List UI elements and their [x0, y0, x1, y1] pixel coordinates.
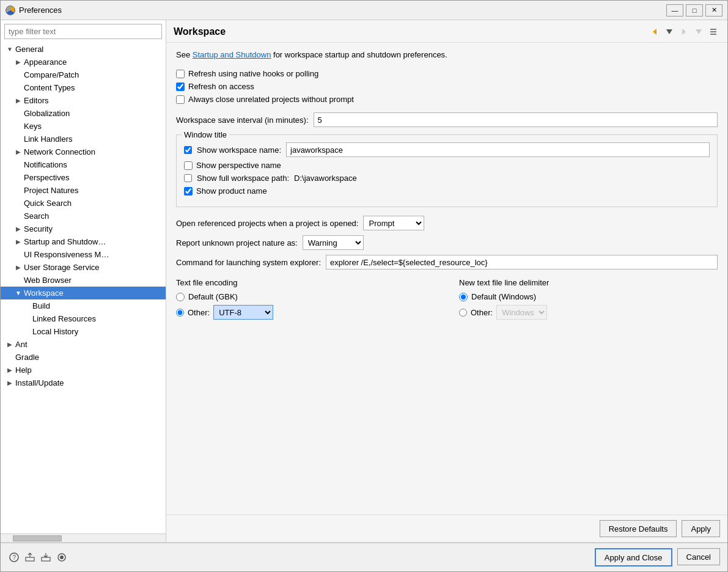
- sidebar-item-keys[interactable]: Keys: [1, 120, 166, 133]
- sidebar-item-link-handlers[interactable]: Link Handlers: [1, 133, 166, 145]
- sidebar-item-local-history[interactable]: Local History: [1, 325, 166, 338]
- sidebar-item-editors[interactable]: ▶ Editors: [1, 94, 166, 107]
- right-panel: Workspace: [166, 20, 727, 542]
- sidebar-item-workspace[interactable]: ▼ Workspace: [1, 287, 166, 299]
- dropdown-icon: [666, 29, 672, 34]
- export-icon[interactable]: [24, 551, 36, 563]
- expand-icon-gradle: [6, 353, 14, 362]
- delimiter-other-radio[interactable]: [459, 309, 467, 317]
- unknown-nature-select[interactable]: Warning Error Ignore: [303, 235, 364, 250]
- svg-marker-2: [682, 29, 686, 35]
- sidebar-item-ant[interactable]: ▶ Ant: [1, 338, 166, 351]
- sidebar-item-label-user-storage: User Storage Service: [24, 263, 100, 272]
- close-unrelated-checkbox[interactable]: [176, 95, 185, 104]
- show-product-name-row: Show product name: [184, 186, 710, 196]
- title-bar: Preferences — □ ✕: [1, 1, 727, 20]
- sidebar-item-project-natures[interactable]: Project Natures: [1, 184, 166, 197]
- svg-marker-0: [653, 29, 656, 35]
- sidebar-item-linked-resources[interactable]: Linked Resources: [1, 312, 166, 325]
- show-product-name-label: Show product name: [196, 186, 267, 196]
- sidebar-item-network[interactable]: ▶ Network Connection: [1, 145, 166, 158]
- sidebar-item-general[interactable]: ▼ General: [1, 43, 166, 56]
- show-workspace-checkbox[interactable]: [184, 146, 192, 154]
- expand-icon-ui: [14, 251, 23, 259]
- startup-shutdown-link[interactable]: Startup and Shutdown: [193, 50, 271, 59]
- command-explorer-row: Command for launching system explorer:: [176, 255, 718, 270]
- minimize-button[interactable]: —: [666, 4, 683, 16]
- sidebar-item-label-appearance: Appearance: [24, 57, 67, 67]
- encoding-other-radio[interactable]: [176, 309, 184, 317]
- delimiter-default-radio[interactable]: [459, 293, 468, 301]
- window-controls: — □ ✕: [666, 4, 722, 16]
- help-icon[interactable]: ?: [8, 551, 20, 563]
- delimiter-default-row: Default (Windows): [459, 292, 718, 301]
- sidebar-item-content-types[interactable]: Content Types: [1, 81, 166, 94]
- back-icon: [650, 28, 659, 36]
- sidebar-item-build[interactable]: Build: [1, 299, 166, 312]
- show-product-name-checkbox[interactable]: [184, 187, 193, 196]
- record-icon[interactable]: [56, 551, 68, 563]
- bottom-bar-right: Apply and Close Cancel: [595, 548, 720, 566]
- sidebar-item-help[interactable]: ▶ Help: [1, 364, 166, 376]
- sidebar-h-scrollbar[interactable]: [1, 534, 166, 542]
- expand-icon-compare: [14, 71, 23, 79]
- nav-back-button[interactable]: [648, 25, 661, 38]
- delimiter-other-select[interactable]: Windows Unix Mac: [496, 305, 547, 320]
- expand-icon-link: [14, 135, 23, 144]
- sidebar-item-globalization[interactable]: Globalization: [1, 107, 166, 120]
- command-explorer-input[interactable]: [326, 255, 718, 270]
- window-title-group: Window title Show workspace name: Show p…: [176, 134, 718, 207]
- sidebar-item-ui-responsiveness[interactable]: UI Responsiveness M…: [1, 248, 166, 261]
- sidebar-item-quick-search[interactable]: Quick Search: [1, 197, 166, 210]
- sidebar-h-scroll-thumb[interactable]: [13, 535, 62, 541]
- sidebar-scroll-wrapper: ▼ General ▶ Appearance Compare/Patch Con…: [1, 43, 166, 534]
- sidebar-item-notifications[interactable]: Notifications: [1, 158, 166, 171]
- sidebar-item-perspectives[interactable]: Perspectives: [1, 171, 166, 184]
- encoding-default-radio[interactable]: [176, 293, 185, 301]
- show-perspective-checkbox[interactable]: [184, 161, 193, 170]
- sidebar-item-startup[interactable]: ▶ Startup and Shutdow…: [1, 235, 166, 248]
- workspace-name-input[interactable]: [286, 142, 710, 157]
- cancel-button[interactable]: Cancel: [677, 548, 720, 565]
- nav-forward-button[interactable]: [677, 25, 691, 38]
- sidebar-item-appearance[interactable]: ▶ Appearance: [1, 56, 166, 68]
- show-full-path-checkbox[interactable]: [184, 174, 192, 182]
- sidebar-item-label-general: General: [15, 45, 43, 54]
- restore-defaults-button[interactable]: Restore Defaults: [600, 520, 677, 537]
- open-referenced-select[interactable]: Prompt Always Never: [363, 216, 424, 230]
- nav-menu-button[interactable]: [707, 25, 720, 38]
- restore-apply-bar: Restore Defaults Apply: [166, 515, 727, 542]
- refresh-access-checkbox[interactable]: [176, 82, 185, 91]
- nav-forward-dropdown-button[interactable]: [692, 25, 705, 38]
- sidebar-item-security[interactable]: ▶ Security: [1, 222, 166, 235]
- import-icon[interactable]: [40, 551, 52, 563]
- sidebar-item-search[interactable]: Search: [1, 210, 166, 222]
- sidebar-item-user-storage[interactable]: ▶ User Storage Service: [1, 261, 166, 274]
- expand-icon-general: ▼: [6, 45, 14, 54]
- close-unrelated-label: Always close unrelated projects without …: [188, 95, 354, 104]
- save-interval-input[interactable]: [314, 112, 718, 127]
- forward-dropdown-icon: [696, 29, 702, 34]
- encoding-other-row: Other: UTF-8 GBK ISO-8859-1 UTF-16: [176, 305, 435, 320]
- sidebar-item-label-perspectives: Perspectives: [24, 173, 69, 182]
- sidebar-item-compare-patch[interactable]: Compare/Patch: [1, 68, 166, 81]
- nav-dropdown-button[interactable]: [663, 25, 676, 38]
- sidebar-item-gradle[interactable]: Gradle: [1, 351, 166, 364]
- filter-input[interactable]: [4, 24, 162, 39]
- sidebar-item-web-browser[interactable]: Web Browser: [1, 274, 166, 287]
- refresh-native-checkbox[interactable]: [176, 70, 185, 78]
- svg-marker-1: [666, 29, 672, 34]
- full-path-value: D:\javaworkspace: [294, 174, 357, 183]
- panel-body: See Startup and Shutdown for workspace s…: [166, 43, 727, 515]
- apply-button[interactable]: Apply: [682, 520, 720, 537]
- maximize-button[interactable]: □: [686, 4, 703, 16]
- expand-icon-web-browser: [14, 276, 23, 285]
- refresh-access-label: Refresh on access: [188, 82, 254, 91]
- sidebar-item-install-update[interactable]: ▶ Install/Update: [1, 376, 166, 389]
- line-delimiter-group: New text file line delimiter Default (Wi…: [459, 278, 718, 320]
- tree-scroll: ▼ General ▶ Appearance Compare/Patch Con…: [1, 43, 166, 534]
- sidebar-item-label-ant: Ant: [15, 340, 28, 349]
- apply-close-button[interactable]: Apply and Close: [595, 548, 672, 566]
- close-button[interactable]: ✕: [705, 4, 722, 16]
- encoding-other-select[interactable]: UTF-8 GBK ISO-8859-1 UTF-16: [213, 305, 273, 320]
